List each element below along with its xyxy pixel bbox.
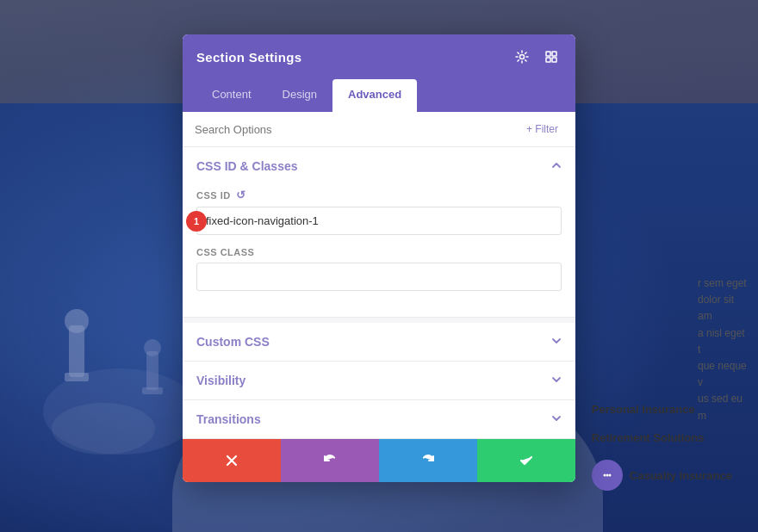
panel-header-icons — [512, 46, 562, 67]
panel-body: + Filter CSS ID & Classes — [183, 112, 575, 439]
css-id-input[interactable] — [196, 207, 562, 235]
css-id-reset-icon[interactable]: ↺ — [236, 189, 246, 201]
css-class-label: CSS Class — [196, 247, 562, 257]
svg-rect-17 — [546, 58, 550, 62]
tab-content[interactable]: Content — [196, 79, 267, 112]
css-id-classes-chevron — [551, 159, 562, 173]
css-id-classes-section: CSS ID & Classes CSS ID ↺ — [183, 147, 575, 318]
custom-css-chevron — [551, 335, 562, 349]
section-settings-panel: Section Settings — [183, 34, 575, 482]
step-badge-1: 1 — [186, 211, 207, 232]
search-input[interactable] — [195, 123, 514, 136]
tab-advanced[interactable]: Advanced — [332, 79, 417, 112]
css-id-label: CSS ID ↺ — [196, 189, 562, 201]
css-id-classes-header[interactable]: CSS ID & Classes — [183, 147, 575, 185]
panel-header: Section Settings — [183, 34, 575, 79]
css-class-field-group: CSS Class — [196, 247, 562, 291]
tab-design[interactable]: Design — [267, 79, 332, 112]
css-id-classes-title: CSS ID & Classes — [196, 159, 298, 173]
panel-title: Section Settings — [196, 50, 301, 65]
svg-rect-18 — [552, 58, 556, 62]
redo-button[interactable] — [379, 439, 477, 482]
transitions-header[interactable]: Transitions — [183, 400, 575, 438]
panel-footer — [183, 439, 575, 482]
search-bar: + Filter — [183, 112, 575, 147]
transitions-title: Transitions — [196, 412, 261, 426]
svg-rect-16 — [552, 52, 556, 56]
css-id-field-group: CSS ID ↺ 1 — [196, 189, 562, 235]
svg-point-14 — [520, 55, 525, 59]
custom-css-header[interactable]: Custom CSS — [183, 323, 575, 361]
css-id-classes-content: CSS ID ↺ 1 CSS Class — [183, 185, 575, 317]
css-class-input[interactable] — [196, 263, 562, 291]
visibility-title: Visibility — [196, 374, 245, 387]
css-class-field-wrapper — [196, 263, 562, 291]
transitions-section: Transitions — [183, 400, 575, 439]
visibility-header[interactable]: Visibility — [183, 362, 575, 399]
custom-css-section: Custom CSS — [183, 323, 575, 362]
expand-icon-btn[interactable] — [541, 46, 562, 67]
settings-icon-btn[interactable] — [512, 46, 532, 67]
tabs-bar: Content Design Advanced — [183, 79, 575, 112]
visibility-chevron — [551, 374, 562, 387]
css-id-field-wrapper: 1 — [196, 207, 562, 235]
save-button[interactable] — [477, 439, 575, 482]
modal-overlay: Section Settings — [0, 0, 758, 532]
cancel-button[interactable] — [183, 439, 281, 482]
svg-rect-15 — [546, 52, 550, 56]
custom-css-title: Custom CSS — [196, 335, 270, 349]
filter-button[interactable]: + Filter — [521, 121, 563, 138]
undo-button[interactable] — [281, 439, 379, 482]
visibility-section: Visibility — [183, 362, 575, 400]
transitions-chevron — [551, 412, 562, 426]
